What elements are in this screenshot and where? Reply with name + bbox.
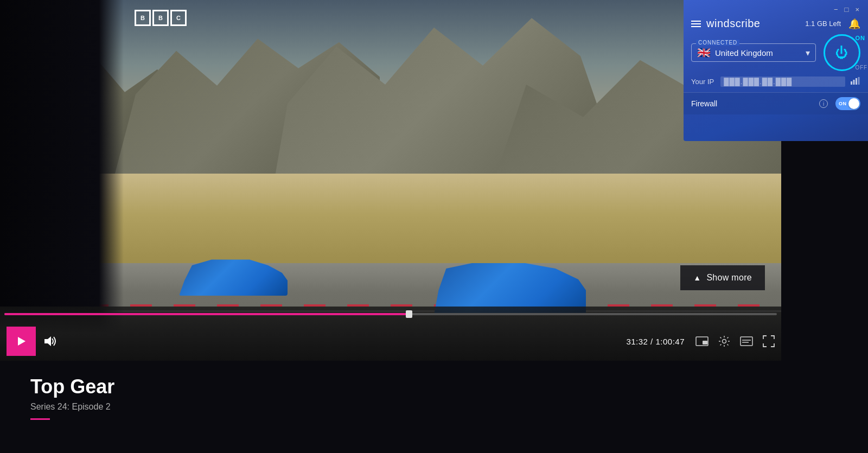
ws-connection-selector[interactable]: CONNECTED 🇬🇧 United Kingdom ▾	[691, 43, 816, 62]
svg-point-4	[723, 340, 726, 343]
fullscreen-icon	[763, 335, 775, 347]
ws-close-button[interactable]: ×	[852, 5, 863, 14]
progress-thumb[interactable]	[406, 310, 412, 318]
show-more-label: Show more	[706, 273, 752, 283]
volume-icon	[43, 335, 59, 347]
progress-track[interactable]	[4, 313, 777, 315]
ws-logo: windscribe	[706, 17, 805, 30]
controls-bar: 31:32 / 1:00:47	[0, 307, 781, 361]
controls-main: 31:32 / 1:00:47	[0, 322, 781, 361]
ws-signal-icon	[851, 77, 860, 87]
progress-container[interactable]	[0, 307, 781, 322]
subtitles-icon	[740, 336, 753, 346]
video-player: B B C ▲ Show more	[0, 0, 781, 361]
pip-button[interactable]	[695, 336, 709, 346]
svg-rect-8	[851, 81, 852, 85]
car-left	[179, 258, 288, 296]
gear-icon	[718, 335, 730, 347]
svg-marker-0	[18, 337, 25, 346]
ws-power-icon: ⏻	[835, 46, 848, 59]
pip-icon	[695, 336, 709, 346]
ws-on-label: ON	[856, 35, 866, 41]
ws-off-label: OFF	[856, 65, 867, 71]
svg-rect-9	[853, 80, 855, 85]
ws-firewall-row: Firewall i ON	[684, 92, 868, 114]
svg-rect-5	[741, 337, 752, 346]
show-title: Top Gear	[0, 376, 868, 398]
ws-firewall-toggle[interactable]: ON	[835, 97, 860, 110]
bbc-b1: B	[135, 10, 151, 26]
ws-firewall-info-button[interactable]: i	[819, 99, 828, 108]
ws-ip-value: ███.███.██.███	[720, 76, 845, 87]
progress-fill	[4, 313, 409, 315]
ws-chevron-down-icon: ▾	[806, 48, 810, 58]
settings-button[interactable]	[718, 335, 730, 347]
svg-rect-11	[858, 77, 860, 85]
ws-header: windscribe 1.1 GB Left 🔔	[684, 15, 868, 34]
ws-gb-left: 1.1 GB Left	[805, 20, 841, 28]
ws-maximize-button[interactable]: □	[841, 5, 852, 14]
svg-marker-1	[44, 336, 51, 346]
ws-firewall-label: Firewall	[691, 99, 819, 108]
bottom-info: Top Gear Series 24: Episode 2	[0, 361, 868, 453]
ws-notification-bell-icon[interactable]: 🔔	[848, 18, 860, 30]
svg-rect-10	[856, 78, 857, 85]
time-display: 31:32 / 1:00:47	[626, 337, 685, 346]
subtitles-button[interactable]	[740, 336, 753, 346]
ws-titlebar: − □ ×	[684, 0, 868, 15]
play-icon	[15, 335, 27, 347]
accent-line	[30, 418, 50, 420]
ws-toggle-thumb	[848, 98, 859, 109]
show-more-arrow-icon: ▲	[693, 273, 701, 282]
ws-power-button[interactable]: ON ⏻ OFF	[824, 34, 860, 71]
play-button[interactable]	[7, 327, 36, 356]
ws-country-row: 🇬🇧 United Kingdom ▾	[697, 47, 810, 58]
windscribe-panel: − □ × windscribe 1.1 GB Left 🔔 CONNECTED…	[684, 0, 868, 141]
ws-flag-icon: 🇬🇧	[697, 47, 711, 58]
bbc-c: C	[170, 10, 187, 26]
ws-connected-row: CONNECTED 🇬🇧 United Kingdom ▾ ON ⏻ OFF	[684, 34, 868, 75]
ctrl-icons	[695, 335, 775, 347]
ws-connected-label: CONNECTED	[696, 40, 739, 46]
ws-ip-row: Your IP ███.███.██.███	[684, 75, 868, 92]
bbc-b2: B	[152, 10, 169, 26]
ws-minimize-button[interactable]: −	[831, 5, 841, 14]
ws-menu-button[interactable]	[691, 21, 701, 27]
show-more-button[interactable]: ▲ Show more	[680, 265, 765, 290]
bbc-logo: B B C	[135, 10, 187, 26]
show-subtitle: Series 24: Episode 2	[0, 402, 868, 412]
ws-ip-label: Your IP	[691, 78, 714, 86]
ws-toggle-on-label: ON	[839, 101, 847, 106]
fullscreen-button[interactable]	[763, 335, 775, 347]
ws-country-name: United Kingdom	[715, 48, 801, 58]
svg-rect-3	[703, 341, 707, 344]
volume-button[interactable]	[43, 335, 59, 347]
